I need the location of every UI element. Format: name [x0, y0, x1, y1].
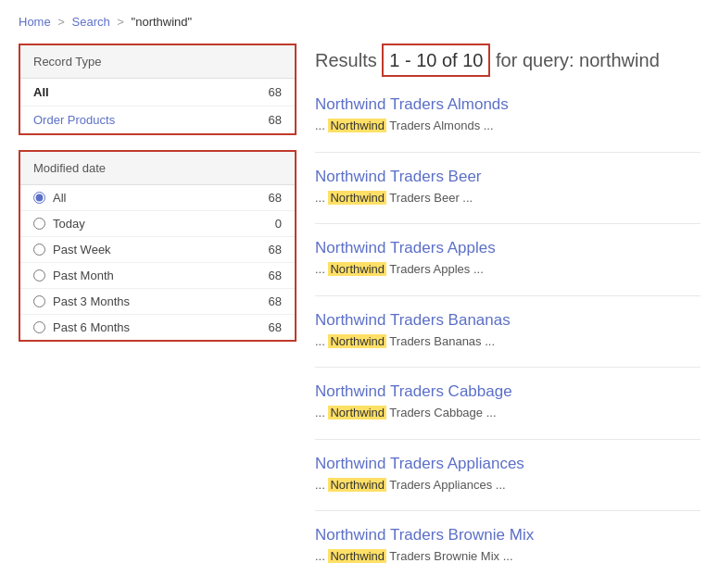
date-label-all: All [53, 191, 66, 205]
record-type-order-products-count: 68 [269, 113, 282, 127]
search-result-4: Northwind Traders Bananas ... Northwind … [315, 311, 700, 351]
result-snippet-4: ... Northwind Traders Bananas ... [315, 332, 700, 351]
result-snippet-3: ... Northwind Traders Apples ... [315, 260, 700, 279]
main-layout: Record Type All 68 Order Products 68 Mod… [19, 44, 700, 582]
result-title-1[interactable]: Northwind Traders Almonds [315, 95, 700, 114]
result-snippet-6: ... Northwind Traders Appliances ... [315, 476, 700, 494]
date-filter-past-6-months[interactable]: Past 6 Months 68 [20, 315, 295, 340]
result-snippet-1: ... Northwind Traders Almonds ... [315, 117, 700, 135]
date-count-past-6-months: 68 [269, 320, 282, 334]
date-count-past-month: 68 [269, 269, 282, 282]
results-range: 1 - 10 of 10 [382, 44, 490, 77]
result-snippet-5: ... Northwind Traders Cabbage ... [315, 404, 700, 422]
breadcrumb-current: "northwind" [132, 15, 193, 29]
result-title-6[interactable]: Northwind Traders Appliances [315, 455, 700, 473]
date-filter-past-3-months[interactable]: Past 3 Months 68 [20, 289, 295, 315]
date-radio-all[interactable] [33, 192, 45, 204]
record-type-filter: Record Type All 68 Order Products 68 [19, 44, 296, 135]
date-radio-past-6-months[interactable] [33, 321, 45, 333]
results-area: Results 1 - 10 of 10 for query: northwin… [315, 44, 700, 582]
date-label-today: Today [53, 217, 85, 231]
highlight-1: Northwind [328, 119, 386, 132]
date-radio-past-3-months[interactable] [33, 295, 45, 307]
date-count-past-3-months: 68 [269, 294, 282, 308]
breadcrumb-sep-2: > [117, 15, 127, 29]
result-title-3[interactable]: Northwind Traders Apples [315, 239, 700, 257]
breadcrumb-home[interactable]: Home [19, 15, 51, 29]
record-type-header: Record Type [20, 45, 295, 79]
modified-date-filter: Modified date All 68 Today [19, 150, 296, 342]
result-title-4[interactable]: Northwind Traders Bananas [315, 311, 700, 330]
date-filter-today[interactable]: Today 0 [20, 211, 295, 237]
record-type-all-label: All [33, 85, 49, 99]
page-wrapper: Home > Search > "northwind" Record Type … [0, 0, 719, 588]
search-result-1: Northwind Traders Almonds ... Northwind … [315, 95, 700, 135]
date-radio-today[interactable] [33, 218, 45, 230]
breadcrumb-search[interactable]: Search [72, 15, 110, 29]
date-count-all: 68 [269, 191, 282, 205]
modified-date-header: Modified date [20, 152, 295, 185]
date-count-past-week: 68 [269, 243, 282, 256]
date-label-past-6-months: Past 6 Months [53, 320, 130, 334]
search-result-6: Northwind Traders Appliances ... Northwi… [315, 455, 700, 494]
divider-3 [315, 295, 700, 296]
highlight-4: Northwind [328, 334, 386, 348]
result-title-5[interactable]: Northwind Traders Cabbage [315, 382, 700, 401]
result-title-7[interactable]: Northwind Traders Brownie Mix [315, 526, 700, 544]
result-title-2[interactable]: Northwind Traders Beer [315, 168, 700, 186]
search-result-3: Northwind Traders Apples ... Northwind T… [315, 239, 700, 279]
search-result-2: Northwind Traders Beer ... Northwind Tra… [315, 168, 700, 207]
search-result-5: Northwind Traders Cabbage ... Northwind … [315, 382, 700, 422]
highlight-6: Northwind [328, 478, 386, 492]
results-prefix: Results [315, 50, 382, 70]
search-result-7: Northwind Traders Brownie Mix ... Northw… [315, 526, 700, 566]
date-filter-all[interactable]: All 68 [20, 185, 295, 211]
highlight-5: Northwind [328, 406, 386, 419]
record-type-order-products[interactable]: Order Products 68 [20, 106, 295, 133]
results-suffix: for query: northwind [490, 50, 659, 70]
record-type-items: All 68 Order Products 68 [20, 79, 295, 133]
date-count-today: 0 [275, 217, 282, 231]
date-label-past-week: Past Week [53, 243, 111, 256]
highlight-2: Northwind [328, 191, 386, 205]
divider-4 [315, 367, 700, 368]
breadcrumb-sep-1: > [57, 15, 68, 29]
date-filter-past-week[interactable]: Past Week 68 [20, 237, 295, 263]
date-radio-past-week[interactable] [33, 244, 45, 256]
results-summary: Results 1 - 10 of 10 for query: northwin… [315, 44, 700, 77]
result-snippet-7: ... Northwind Traders Brownie Mix ... [315, 547, 700, 566]
date-label-past-3-months: Past 3 Months [53, 294, 130, 308]
record-type-all[interactable]: All 68 [20, 79, 295, 106]
breadcrumb: Home > Search > "northwind" [19, 15, 700, 29]
divider-2 [315, 223, 700, 224]
divider-6 [315, 510, 700, 511]
sidebar: Record Type All 68 Order Products 68 Mod… [19, 44, 296, 582]
date-filter-past-month[interactable]: Past Month 68 [20, 263, 295, 289]
highlight-7: Northwind [328, 549, 386, 563]
highlight-3: Northwind [328, 262, 386, 276]
record-type-order-products-label: Order Products [33, 113, 115, 127]
date-radio-past-month[interactable] [33, 269, 45, 281]
divider-5 [315, 439, 700, 440]
divider-1 [315, 152, 700, 153]
result-snippet-2: ... Northwind Traders Beer ... [315, 189, 700, 207]
date-label-past-month: Past Month [53, 269, 114, 282]
modified-date-items: All 68 Today 0 Past [20, 185, 295, 340]
record-type-all-count: 68 [269, 85, 282, 99]
